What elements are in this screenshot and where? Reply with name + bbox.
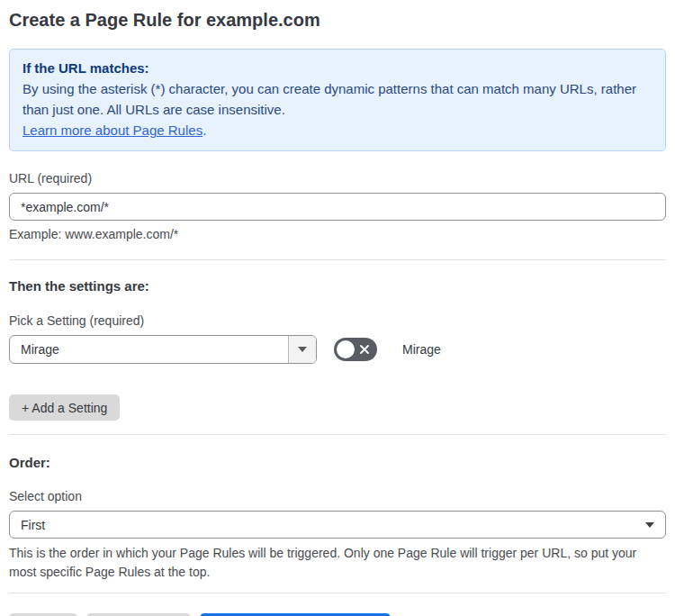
url-match-info-box: If the URL matches: By using the asteris…: [9, 49, 666, 151]
info-box-heading: If the URL matches:: [22, 58, 652, 78]
divider: [9, 593, 666, 593]
setting-select-value: Mirage: [10, 336, 288, 363]
chevron-down-icon: [645, 522, 654, 528]
divider: [9, 434, 666, 435]
create-page-rule-form: Create a Page Rule for example.com If th…: [0, 0, 675, 616]
info-box-link-line: Learn more about Page Rules.: [22, 120, 652, 140]
order-select-value: First: [21, 518, 45, 532]
setting-select-arrow-button[interactable]: [288, 336, 316, 363]
info-box-body: By using the asterisk (*) character, you…: [22, 78, 652, 120]
settings-section-heading: Then the settings are:: [9, 278, 666, 294]
link-suffix: .: [202, 122, 206, 138]
toggle-label: Mirage: [402, 342, 441, 357]
learn-more-link[interactable]: Learn more about Page Rules: [22, 122, 202, 138]
order-select-label: Select option: [9, 489, 666, 503]
dropdown-arrow-icon: [298, 347, 307, 352]
toggle-x-icon: [359, 344, 370, 355]
url-example-text: Example: www.example.com/*: [9, 226, 666, 243]
setting-select[interactable]: Mirage: [9, 335, 317, 364]
url-field-label: URL (required): [9, 171, 666, 186]
order-section-heading: Order:: [9, 455, 666, 470]
url-input[interactable]: [9, 193, 666, 221]
pick-setting-label: Pick a Setting (required): [9, 313, 666, 328]
divider: [9, 259, 666, 260]
page-title: Create a Page Rule for example.com: [9, 9, 666, 31]
mirage-toggle[interactable]: [334, 338, 377, 361]
order-help-text: This is the order in which your Page Rul…: [9, 544, 657, 582]
order-select[interactable]: First: [9, 511, 666, 539]
setting-row: Mirage Mirage: [9, 335, 666, 364]
toggle-knob: [337, 340, 355, 358]
add-setting-button[interactable]: + Add a Setting: [9, 394, 120, 421]
